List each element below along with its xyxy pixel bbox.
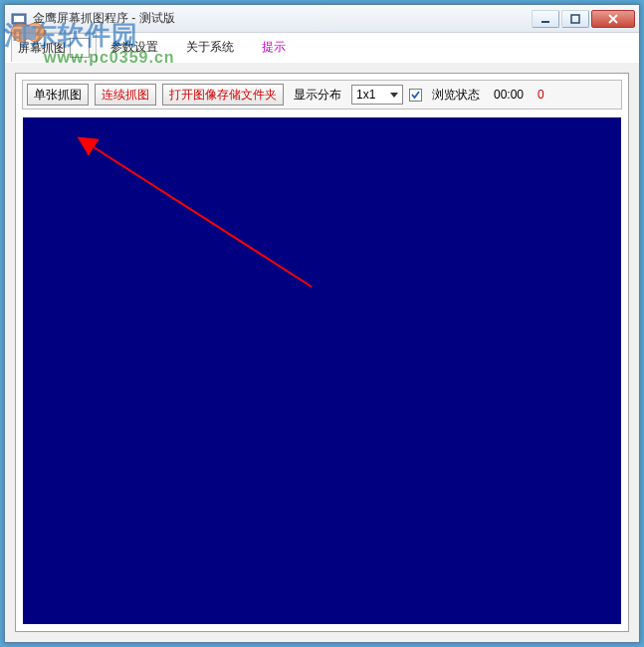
svg-rect-3: [571, 15, 579, 23]
continuous-capture-button[interactable]: 连续抓图: [95, 84, 156, 106]
maximize-icon: [570, 14, 580, 24]
continuous-capture-label: 连续抓图: [102, 87, 149, 104]
layout-value: 1x1: [356, 88, 375, 102]
menu-about[interactable]: 关于系统: [172, 33, 248, 62]
annotation-arrow: [73, 127, 331, 326]
minimize-button[interactable]: [532, 10, 559, 28]
chevron-down-icon: [390, 93, 398, 98]
capture-preview-icon: [70, 38, 90, 58]
layout-label: 显示分布: [290, 87, 345, 104]
open-folder-button[interactable]: 打开图像存储文件夹: [162, 84, 284, 106]
menu-settings-label: 参数设置: [110, 39, 158, 56]
check-icon: [410, 90, 421, 101]
menu-about-label: 关于系统: [186, 39, 234, 56]
open-folder-label: 打开图像存储文件夹: [169, 87, 277, 104]
menu-tip-label: 提示: [262, 39, 286, 56]
svg-rect-1: [14, 16, 24, 22]
app-window: 金鹰屏幕抓图程序 - 测试版 屏幕抓图 参数设置 关于系统 提示 单张抓图 连续…: [4, 4, 640, 643]
window-title: 金鹰屏幕抓图程序 - 测试版: [33, 10, 175, 27]
maximize-button[interactable]: [561, 10, 589, 28]
toolbar: 单张抓图 连续抓图 打开图像存储文件夹 显示分布 1x1 浏览状态 00:00 …: [22, 80, 622, 109]
svg-line-4: [91, 145, 312, 287]
app-icon: [11, 11, 27, 27]
browse-checkbox[interactable]: [409, 89, 422, 102]
layout-select[interactable]: 1x1: [351, 85, 403, 105]
time-display: 00:00: [490, 88, 528, 102]
minimize-icon: [540, 14, 550, 24]
count-display: 0: [534, 88, 548, 102]
menu-settings[interactable]: 参数设置: [97, 33, 172, 62]
single-capture-button[interactable]: 单张抓图: [27, 84, 89, 106]
menu-tip[interactable]: 提示: [248, 33, 300, 62]
menu-capture[interactable]: 屏幕抓图: [11, 33, 97, 62]
content-panel: 单张抓图 连续抓图 打开图像存储文件夹 显示分布 1x1 浏览状态 00:00 …: [15, 73, 629, 632]
close-button[interactable]: [591, 10, 635, 28]
browse-label: 浏览状态: [428, 87, 484, 104]
menu-capture-label: 屏幕抓图: [18, 40, 66, 57]
close-icon: [607, 14, 619, 24]
titlebar[interactable]: 金鹰屏幕抓图程序 - 测试版: [5, 5, 639, 33]
single-capture-label: 单张抓图: [34, 87, 82, 104]
preview-canvas: [23, 117, 621, 624]
menubar: 屏幕抓图 参数设置 关于系统 提示: [5, 33, 639, 63]
svg-rect-2: [541, 21, 549, 23]
